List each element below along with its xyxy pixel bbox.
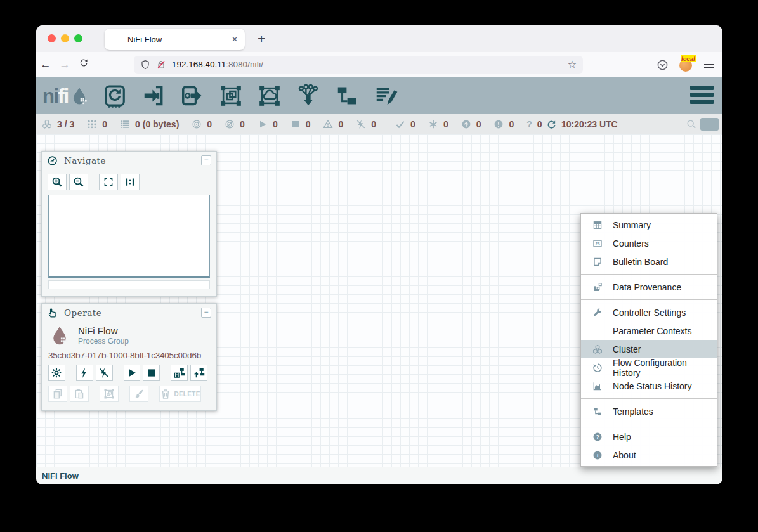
menu-item-flow-configuration-history[interactable]: Flow Configuration History	[581, 358, 717, 377]
save-template-button[interactable]	[171, 365, 188, 381]
operate-collapse-button[interactable]: −	[201, 308, 211, 318]
close-window-button[interactable]	[48, 34, 56, 42]
upload-template-button[interactable]	[190, 365, 207, 381]
brush-icon	[133, 388, 145, 399]
reload-button[interactable]	[74, 58, 93, 71]
nifi-logo: nifi	[42, 86, 89, 106]
bookmark-star-icon[interactable]: ☆	[568, 58, 577, 70]
invalid-icon	[323, 119, 333, 129]
menu-item-bulletin-board[interactable]: Bulletin Board	[581, 252, 717, 271]
cluster-icon	[592, 344, 603, 354]
processor-icon[interactable]	[103, 84, 127, 108]
svg-text:23: 23	[595, 241, 600, 245]
nifi-toolbar: nifi	[36, 77, 722, 114]
status-sync-failure: ?0	[526, 119, 542, 129]
menu-divider	[581, 424, 717, 424]
navigate-title: Navigate	[64, 155, 106, 165]
menu-item-label: About	[613, 450, 636, 460]
menu-divider	[581, 299, 717, 300]
one-to-one-button[interactable]	[121, 174, 140, 190]
breadcrumb[interactable]: NiFi Flow	[42, 471, 79, 481]
process-group-icon[interactable]	[219, 84, 243, 108]
question-icon: ?	[526, 119, 532, 129]
about-icon: i	[592, 450, 603, 460]
menu-item-controller-settings[interactable]: Controller Settings	[581, 303, 717, 321]
menu-item-cluster[interactable]: Cluster	[581, 340, 717, 358]
status-connected-nodes: 3 / 3	[42, 119, 74, 129]
browser-tab[interactable]: NiFi Flow ✕	[105, 29, 245, 50]
output-port-icon[interactable]	[180, 84, 204, 108]
blank-icon	[592, 326, 603, 336]
history-icon	[592, 363, 603, 373]
fit-button[interactable]	[99, 174, 118, 190]
logo-text-ni: ni	[42, 86, 58, 106]
status-stopped-value: 0	[306, 119, 311, 129]
bolt-slash-button[interactable]	[96, 365, 113, 381]
hand-pointer-icon	[47, 308, 58, 318]
nifi-components	[103, 84, 398, 108]
search-input[interactable]	[700, 118, 719, 131]
menu-item-label: Flow Configuration History	[613, 358, 717, 378]
menu-item-label: Node Status History	[613, 381, 692, 391]
profile-avatar[interactable]: local	[679, 58, 693, 72]
bulletin-icon	[592, 257, 603, 267]
breadcrumb-bar: NiFi Flow	[36, 467, 722, 484]
bolt-button[interactable]	[76, 365, 93, 381]
counters-icon: 23	[592, 238, 603, 249]
tab-close-icon[interactable]: ✕	[232, 35, 238, 44]
refresh-icon[interactable]	[547, 120, 556, 129]
logo-text-fi: fi	[58, 86, 69, 106]
menu-item-parameter-contexts[interactable]: Parameter Contexts	[581, 321, 717, 340]
pocket-icon[interactable]	[657, 59, 669, 71]
menu-item-about[interactable]: iAbout	[581, 446, 717, 464]
paste-button	[70, 386, 89, 402]
back-button[interactable]: ←	[36, 58, 55, 71]
menu-item-templates[interactable]: Templates	[581, 402, 717, 420]
insecure-lock-icon[interactable]	[156, 60, 166, 70]
firefox-menu-button[interactable]	[704, 62, 714, 68]
play-icon	[126, 367, 138, 379]
menu-item-summary[interactable]: Summary	[581, 216, 717, 234]
minimize-window-button[interactable]	[61, 34, 69, 42]
search-icon[interactable]	[686, 119, 696, 129]
menu-item-node-status-history[interactable]: Node Status History	[581, 377, 717, 395]
birdseye-minimap[interactable]	[48, 195, 210, 278]
url-bar[interactable]: 192.168.40.11:8080/nifi/ ☆	[134, 56, 583, 74]
frame-button	[100, 386, 119, 402]
funnel-icon[interactable]	[296, 84, 320, 108]
menu-item-counters[interactable]: 23Counters	[581, 234, 717, 252]
remote-process-group-icon[interactable]	[258, 84, 282, 108]
zoom-in-button[interactable]	[48, 174, 67, 190]
stop-icon	[291, 119, 301, 129]
delete-label: DELETE	[174, 391, 200, 398]
status-disabled: 0	[356, 119, 376, 129]
input-port-icon[interactable]	[141, 84, 166, 108]
menu-divider	[581, 398, 717, 399]
new-tab-button[interactable]: +	[252, 30, 270, 48]
status-refresh: 10:20:23 UTC	[547, 114, 618, 134]
zoom-out-button[interactable]	[69, 174, 88, 190]
play-button[interactable]	[124, 365, 141, 381]
label-icon[interactable]	[374, 84, 398, 108]
navigate-header: Navigate −	[42, 152, 216, 169]
status-queued-value: 0 (0 bytes)	[135, 119, 179, 129]
traffic-lights	[48, 34, 82, 42]
navigate-collapse-button[interactable]: −	[201, 155, 211, 165]
zoom-window-button[interactable]	[74, 34, 82, 42]
status-locally-modified-stale-value: 0	[509, 119, 514, 129]
status-locally-modified-value: 0	[443, 119, 448, 129]
status-running: 0	[258, 119, 278, 129]
gear-button[interactable]	[48, 365, 65, 381]
stop-button[interactable]	[143, 365, 160, 381]
flow-canvas[interactable]: Navigate − Operate − NiFi Flow	[36, 134, 722, 467]
menu-item-data-provenance[interactable]: Data Provenance	[581, 278, 717, 296]
status-not-transmitting-value: 0	[240, 119, 245, 129]
asterisk-icon	[428, 119, 438, 129]
shield-icon[interactable]	[140, 60, 150, 70]
template-icon[interactable]	[335, 84, 359, 108]
stale-icon	[461, 119, 471, 129]
menu-item-help[interactable]: ?Help	[581, 427, 717, 446]
global-menu-button[interactable]	[690, 86, 714, 104]
menu-item-label: Bulletin Board	[613, 257, 668, 267]
svg-text:?: ?	[596, 434, 599, 440]
